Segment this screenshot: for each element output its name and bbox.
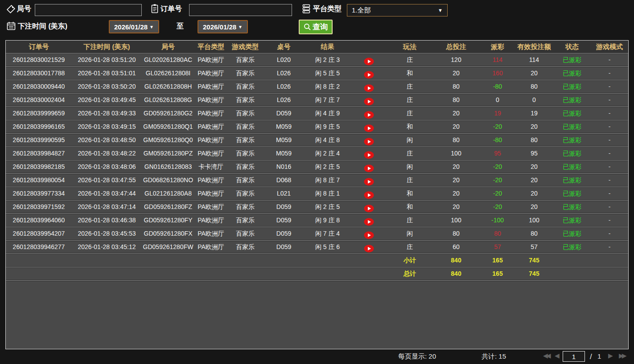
cell-valid-bet: 19	[515, 107, 553, 119]
play-video-icon[interactable]	[364, 57, 374, 65]
search-icon	[304, 23, 311, 31]
cell-bet-total: 20	[432, 121, 480, 133]
first-page-icon[interactable]: ◀◀	[543, 352, 549, 359]
cell-platform: PA欧洲厅	[194, 201, 227, 213]
header-cell-valid-bet: 有效投注额	[515, 41, 553, 53]
cell-play-type: 和	[387, 201, 432, 213]
cell-video	[350, 134, 387, 146]
last-page-icon[interactable]: ▶▶	[619, 352, 625, 359]
cell-game-mode: -	[591, 228, 628, 240]
cell-play-type: 闲	[387, 161, 432, 173]
cell-platform: PA欧洲厅	[194, 81, 227, 93]
cell-payout: 0	[480, 94, 515, 106]
cell-video	[350, 214, 387, 226]
play-video-icon[interactable]	[364, 84, 374, 92]
cell-table-no: L020	[263, 54, 305, 66]
cell-bet-total: 20	[432, 67, 480, 79]
cell-game-mode: -	[591, 54, 628, 66]
play-video-icon[interactable]	[364, 98, 374, 106]
subtotal-row-cell-round-id	[142, 254, 194, 266]
play-video-icon[interactable]	[364, 245, 374, 253]
cell-table-no: D059	[263, 107, 305, 119]
play-video-icon[interactable]	[364, 218, 374, 226]
play-video-icon[interactable]	[364, 111, 374, 119]
cell-round-id: GL0262612808G	[142, 94, 194, 106]
table-body: 2601280300215292026-01-28 03:51:20GL0202…	[6, 53, 628, 281]
cell-game-mode: -	[591, 174, 628, 186]
cell-result: 闲 4 庄 8	[305, 134, 350, 146]
cell-game-mode: -	[591, 94, 628, 106]
cell-result: 闲 7 庄 4	[305, 228, 350, 240]
grand-total-row-cell-bet-time	[72, 268, 142, 280]
cell-valid-bet: 114	[515, 54, 553, 66]
play-video-icon[interactable]	[364, 231, 374, 239]
cell-status: 已派彩	[553, 121, 591, 133]
round-number-input[interactable]	[35, 4, 142, 16]
cell-play-type: 庄	[387, 94, 432, 106]
play-video-icon[interactable]	[364, 191, 374, 199]
platform-type-select[interactable]: 1.全部 ▼	[347, 4, 448, 16]
cell-platform: PA欧洲厅	[194, 188, 227, 200]
date-from-picker[interactable]: 2026/01/28 ▼	[109, 20, 159, 33]
subtotal-row-cell-game-type	[227, 254, 263, 266]
cell-video	[350, 94, 387, 106]
cell-payout: 114	[480, 54, 515, 66]
cell-round-id: GM059261280Q1	[142, 121, 194, 133]
table-row: 2601280399542072026-01-28 03:45:53GD0592…	[6, 228, 628, 240]
cell-table-no: L026	[263, 81, 305, 93]
row-divider	[6, 280, 628, 281]
page-number-input[interactable]	[563, 351, 585, 362]
cell-play-type: 和	[387, 121, 432, 133]
cell-table-no: D059	[263, 241, 305, 253]
cell-order-id: 260128039971592	[6, 201, 72, 213]
play-video-icon[interactable]	[364, 178, 374, 186]
cell-game-mode: -	[591, 201, 628, 213]
play-video-icon[interactable]	[364, 151, 374, 159]
cell-game-type: 百家乐	[227, 201, 263, 213]
query-button[interactable]: 查询	[299, 20, 333, 34]
cell-status: 已派彩	[553, 174, 591, 186]
cell-bet-time: 2026-01-28 03:47:44	[72, 188, 142, 200]
table-row: 2601280399821852026-01-28 03:48:06GN0162…	[6, 161, 628, 173]
table-row: 2601280399905952026-01-28 03:48:50GM0592…	[6, 134, 628, 146]
cell-result: 闲 2 庄 5	[305, 201, 350, 213]
play-video-icon[interactable]	[364, 124, 374, 132]
cell-result: 闲 9 庄 8	[305, 214, 350, 226]
cell-bet-time: 2026-01-28 03:50:20	[72, 81, 142, 93]
table-row: 2601280399715922026-01-28 03:47:14GD0592…	[6, 201, 628, 213]
cell-table-no: M059	[263, 134, 305, 146]
next-page-icon[interactable]: ▶	[608, 352, 613, 359]
date-to-picker[interactable]: 2026/01/28 ▼	[198, 20, 248, 33]
play-video-icon[interactable]	[364, 204, 374, 213]
play-video-icon[interactable]	[364, 138, 374, 146]
cell-platform: PA欧洲厅	[194, 214, 227, 226]
play-video-icon[interactable]	[364, 164, 374, 172]
table-row: 2601280399961652026-01-28 03:49:15GM0592…	[6, 121, 628, 133]
cell-order-id: 260128030017788	[6, 67, 72, 79]
cell-payout: -80	[480, 81, 515, 93]
cell-order-id: 260128030002404	[6, 94, 72, 106]
cell-valid-bet: 20	[515, 161, 553, 173]
cell-payout: 19	[480, 107, 515, 119]
cell-game-type: 百家乐	[227, 241, 263, 253]
cell-platform: PA欧洲厅	[194, 121, 227, 133]
play-video-icon[interactable]	[364, 71, 374, 79]
cell-table-no: D059	[263, 228, 305, 240]
cell-payout: -20	[480, 201, 515, 213]
cell-order-id: 260128039996165	[6, 121, 72, 133]
subtotal-row-cell-order-id	[6, 254, 72, 266]
cell-bet-total: 80	[432, 228, 480, 240]
cell-order-id: 260128030009440	[6, 81, 72, 93]
cell-order-id: 260128039984827	[6, 147, 72, 160]
order-number-input[interactable]	[189, 4, 292, 16]
cell-game-type: 百家乐	[227, 161, 263, 173]
header-cell-play-type: 玩法	[387, 41, 432, 53]
cell-round-id: GD068261280NO	[142, 174, 194, 186]
grand-total-row-cell-bet-total: 840	[432, 268, 480, 280]
cell-bet-time: 2026-01-28 03:45:12	[72, 241, 142, 253]
cell-bet-total: 20	[432, 161, 480, 173]
grand-total-row-cell-game-mode	[591, 268, 628, 280]
cell-round-id: GL021261280A8	[142, 188, 194, 200]
chevron-down-icon: ▼	[149, 25, 154, 29]
prev-page-icon[interactable]: ◀	[555, 352, 560, 359]
